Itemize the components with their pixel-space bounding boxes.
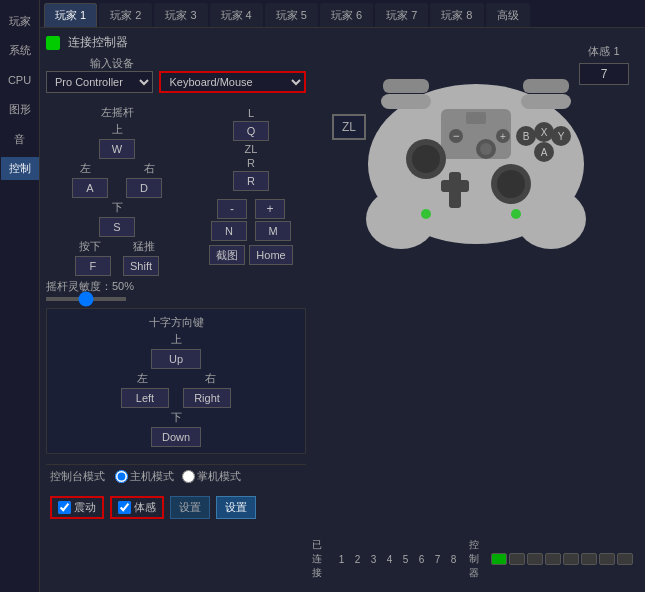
dpad-down-key-row: Down [51, 427, 301, 447]
ctrl-ind-1 [491, 553, 507, 565]
sidebar: 玩家 系统 CPU 图形 音 控制 [0, 0, 40, 592]
svg-rect-27 [381, 94, 431, 109]
stick-left-key[interactable]: A [72, 178, 108, 198]
l-key[interactable]: Q [233, 121, 269, 141]
tab-player2[interactable]: 玩家 2 [99, 3, 152, 27]
dpad-left-label: 左 [122, 371, 162, 386]
right-panel: ZL [312, 34, 639, 586]
stick-down-key-row: S [46, 217, 188, 237]
home-btn[interactable]: Home [249, 245, 292, 265]
stick-press-push-label-row: 按下 猛推 [46, 239, 188, 254]
sidebar-item-system[interactable]: 系统 [1, 39, 39, 62]
stick-right-key[interactable]: D [126, 178, 162, 198]
svg-point-26 [511, 209, 521, 219]
tab-player4[interactable]: 玩家 4 [210, 3, 263, 27]
m-btn[interactable]: M [255, 221, 291, 241]
connected-label: 已连接 [312, 538, 331, 580]
controller-type-select[interactable]: Pro Controller [46, 71, 153, 93]
handheld-mode-radio[interactable]: 掌机模式 [182, 469, 241, 484]
dpad-down-key[interactable]: Down [151, 427, 201, 447]
tab-player1[interactable]: 玩家 1 [44, 3, 97, 27]
stick-down-label-row: 下 [46, 200, 188, 215]
dpad-lr-key-row: Left Right [51, 388, 301, 408]
stick-lr-label-row: 左 右 [46, 161, 188, 176]
svg-rect-28 [521, 94, 571, 109]
input-device-title: 输入设备 [90, 56, 134, 71]
svg-point-2 [516, 189, 586, 249]
conn-num-8: 8 [447, 554, 461, 565]
controller-visual: A B X Y − + [361, 54, 591, 257]
player-tabs: 玩家 1 玩家 2 玩家 3 玩家 4 玩家 5 玩家 6 玩家 7 玩家 8 … [40, 0, 645, 28]
tab-player7[interactable]: 玩家 7 [375, 3, 428, 27]
ctrl-ind-5 [563, 553, 579, 565]
svg-point-1 [366, 189, 436, 249]
n-btn[interactable]: N [211, 221, 247, 241]
tab-player6[interactable]: 玩家 6 [320, 3, 373, 27]
screenshot-btn[interactable]: 截图 [209, 245, 245, 265]
ctrl-ind-6 [581, 553, 597, 565]
stick-up-key[interactable]: W [99, 139, 135, 159]
sidebar-item-player[interactable]: 玩家 [1, 10, 39, 33]
minus-btn[interactable]: - [217, 199, 247, 219]
settings1-btn[interactable]: 设置 [170, 496, 210, 519]
svg-rect-29 [383, 79, 429, 93]
main-mode-radio[interactable]: 主机模式 [115, 469, 174, 484]
body-checkbox-btn[interactable]: 体感 [110, 496, 164, 519]
input-type-select[interactable]: Keyboard/Mouse [159, 71, 306, 93]
sidebar-item-graphics[interactable]: 图形 [1, 98, 39, 121]
dpad-title: 十字方向键 [51, 315, 301, 330]
stick-up-row: 上 [46, 122, 188, 137]
console-mode-label: 控制台模式 [50, 469, 105, 484]
stick-push-key[interactable]: Shift [123, 256, 159, 276]
r-key[interactable]: R [233, 171, 269, 191]
sidebar-item-controls[interactable]: 控制 [1, 157, 39, 180]
r-label: R [241, 157, 261, 169]
haptic-value-input[interactable]: 7 [579, 63, 629, 85]
handheld-mode-input[interactable] [182, 470, 195, 483]
settings2-btn[interactable]: 设置 [216, 496, 256, 519]
conn-num-7: 7 [431, 554, 445, 565]
dpad-right-key[interactable]: Right [183, 388, 231, 408]
dpad-down-label-row: 下 [51, 410, 301, 425]
dpad-up-key-row: Up [51, 349, 301, 369]
dpad-left-key[interactable]: Left [121, 388, 169, 408]
vibration-checkbox-btn[interactable]: 震动 [50, 496, 104, 519]
dpad-down-label: 下 [166, 410, 186, 425]
controller-svg: A B X Y − + [361, 54, 591, 254]
minus-plus-row: - + [196, 199, 306, 219]
stick-press-label: 按下 [72, 239, 108, 254]
main-mode-input[interactable] [115, 470, 128, 483]
dpad-section: 十字方向键 上 Up 左 右 Left Right 下 [46, 308, 306, 454]
zl-badge: ZL [332, 114, 366, 140]
tab-player8[interactable]: 玩家 8 [430, 3, 483, 27]
svg-text:+: + [500, 131, 506, 142]
svg-point-8 [497, 170, 525, 198]
left-stick-section: 左摇杆 上 W 左 右 A [46, 103, 188, 304]
stick-down-label: 下 [107, 200, 127, 215]
sidebar-item-audio[interactable]: 音 [1, 128, 39, 151]
stick-down-key[interactable]: S [99, 217, 135, 237]
zl-button-row: ZL [196, 143, 306, 155]
bottom-controls: 控制台模式 主机模式 掌机模式 [46, 464, 306, 488]
ctrl-ind-7 [599, 553, 615, 565]
plus-btn[interactable]: + [255, 199, 285, 219]
stick-press-key[interactable]: F [75, 256, 111, 276]
body-checkbox[interactable] [118, 501, 131, 514]
connect-label: 连接控制器 [68, 34, 128, 51]
tab-player5[interactable]: 玩家 5 [265, 3, 318, 27]
vibration-checkbox[interactable] [58, 501, 71, 514]
l-button-row: L [196, 107, 306, 119]
dpad-up-key[interactable]: Up [151, 349, 201, 369]
sidebar-item-cpu[interactable]: CPU [1, 69, 39, 92]
svg-text:Y: Y [557, 131, 564, 142]
l-label: L [241, 107, 261, 119]
dpad-up-label-row: 上 [51, 332, 301, 347]
controller-label: 控制器 [469, 538, 488, 580]
tab-player3[interactable]: 玩家 3 [154, 3, 207, 27]
sensitivity-slider-row [46, 297, 188, 301]
connect-indicator [46, 36, 60, 50]
tab-advanced[interactable]: 高级 [486, 3, 530, 27]
sensitivity-slider[interactable] [46, 297, 126, 301]
conn-num-5: 5 [399, 554, 413, 565]
zl-label: ZL [241, 143, 261, 155]
